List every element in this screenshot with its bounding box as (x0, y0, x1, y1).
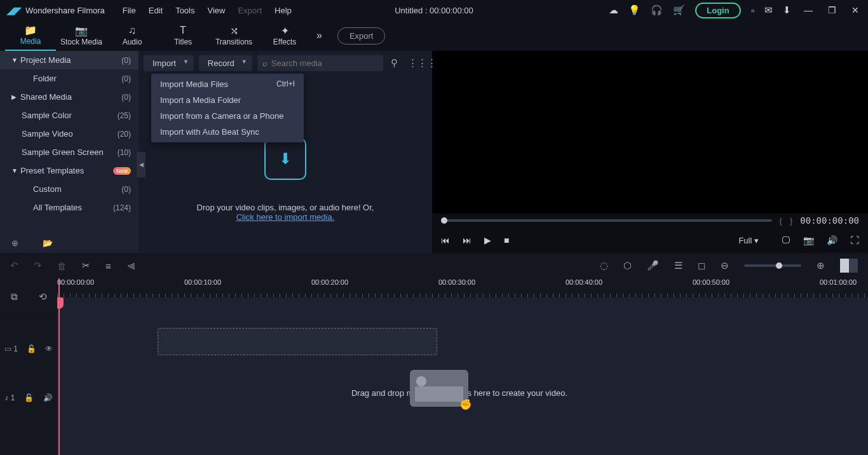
sidebar-preset-templates[interactable]: ▼ Preset Templates New (0, 161, 139, 180)
zoom-slider[interactable] (744, 264, 801, 267)
sidebar-all-templates[interactable]: All Templates (124) (0, 198, 139, 217)
snapshot-icon[interactable]: 📷 (803, 235, 814, 245)
maximize-icon[interactable]: ❐ (825, 5, 839, 15)
save-icon[interactable]: ▫ (751, 5, 754, 16)
tab-audio[interactable]: ♫ Audio (107, 20, 158, 51)
sidebar-custom[interactable]: Custom (0) (0, 180, 139, 198)
transition-icon: ⤭ (230, 25, 238, 37)
cart-icon[interactable]: 🛒 (673, 4, 685, 16)
menu-view[interactable]: View (201, 3, 231, 18)
import-media-files[interactable]: Import Media Files Ctrl+I (151, 76, 304, 92)
filter-icon[interactable]: ⚲ (388, 57, 400, 69)
audio-track-header[interactable]: ♪ 1 🔓 🔊 (0, 382, 57, 414)
fullscreen-icon[interactable]: ⛶ (850, 235, 859, 245)
sidebar-shared-media[interactable]: ▶ Shared Media (0) (0, 88, 139, 106)
audio-wave-icon[interactable]: ⫷ (126, 261, 136, 271)
tips-icon[interactable]: 💡 (628, 4, 641, 16)
undo-icon[interactable]: ↶ (10, 260, 18, 271)
close-icon[interactable]: ✕ (849, 5, 862, 15)
playhead[interactable] (58, 278, 60, 455)
open-folder-icon[interactable]: 📂 (43, 238, 53, 248)
preview-video[interactable] (432, 51, 868, 214)
timeline-tracks[interactable]: 00:00:00:00 00:00:10:00 00:00:20:00 00:0… (57, 278, 868, 455)
more-tabs-icon[interactable]: » (316, 30, 322, 41)
volume-icon[interactable]: 🔊 (827, 235, 837, 245)
sidebar-label: Folder (33, 74, 121, 83)
grab-cursor-icon: ✊ (459, 398, 472, 411)
scrubber-thumb[interactable] (441, 217, 447, 224)
playhead-handle[interactable] (57, 297, 64, 309)
menu-file[interactable]: File (116, 3, 142, 18)
record-dropdown[interactable]: Record ▼ (199, 55, 252, 71)
export-button[interactable]: Export (337, 27, 386, 44)
sidebar-sample-color[interactable]: Sample Color (25) (0, 106, 139, 125)
mail-icon[interactable]: ✉ (764, 4, 773, 16)
scrubber[interactable] (441, 219, 772, 222)
crop-icon[interactable]: ◻ (698, 260, 705, 271)
voiceover-icon[interactable]: 🎤 (647, 260, 659, 271)
minimize-icon[interactable]: — (801, 5, 815, 15)
sidebar-sample-green[interactable]: Sample Green Screen (10) (0, 143, 139, 161)
speaker-icon[interactable]: 🔊 (43, 393, 53, 402)
support-icon[interactable]: 🎧 (651, 4, 663, 16)
lock-icon[interactable]: 🔓 (24, 393, 34, 402)
login-button[interactable]: Login (695, 3, 740, 18)
sidebar-label: Project Media (20, 55, 121, 65)
music-icon: ♫ (128, 25, 136, 37)
add-folder-icon[interactable]: ⊕ (11, 238, 18, 248)
download-icon[interactable]: ⬇ (783, 4, 791, 16)
adjust-icon[interactable]: ≡ (105, 261, 111, 271)
redo-icon[interactable]: ↷ (34, 260, 42, 271)
render-icon[interactable]: ◌ (600, 260, 608, 271)
import-auto-beat[interactable]: Import with Auto Beat Sync (151, 124, 304, 140)
tab-transitions[interactable]: ⤭ Transitions (208, 20, 259, 51)
zoom-thumb[interactable] (776, 262, 782, 269)
dragged-media-thumb[interactable]: ✊ (410, 370, 468, 407)
zoom-in-icon[interactable]: ⊕ (817, 260, 825, 271)
view-toggle[interactable] (840, 259, 858, 273)
tab-titles[interactable]: T Titles (158, 20, 208, 51)
stop-icon[interactable]: ■ (504, 235, 509, 245)
tab-effects[interactable]: ✦ Effects (259, 20, 310, 51)
mark-out-icon[interactable]: } (790, 216, 792, 226)
mark-in-icon[interactable]: { (780, 216, 782, 226)
delete-icon[interactable]: 🗑 (57, 261, 67, 271)
import-camera-phone[interactable]: Import from a Camera or a Phone (151, 108, 304, 124)
preview-size-select[interactable]: Full ▾ (738, 236, 769, 245)
tab-media[interactable]: 📁 Media (5, 20, 56, 51)
menu-edit[interactable]: Edit (142, 3, 169, 18)
dropzone-link[interactable]: Click here to import media. (236, 212, 335, 222)
video-track-header[interactable]: ▭ 1 🔓 👁 (0, 315, 57, 382)
lock-icon[interactable]: 🔓 (27, 344, 36, 353)
tab-stock-media[interactable]: 📷 Stock Media (56, 20, 107, 51)
search-input[interactable] (271, 58, 378, 68)
effects-icon: ✦ (281, 25, 289, 37)
screen-icon[interactable]: 🖵 (782, 235, 790, 245)
ripple-icon[interactable]: ⧉ (11, 291, 18, 302)
timeline-ruler[interactable]: 00:00:00:00 00:00:10:00 00:00:20:00 00:0… (57, 278, 868, 297)
grid-icon[interactable]: ⋮⋮⋮ (405, 57, 439, 69)
cut-icon[interactable]: ✂ (82, 260, 90, 271)
link-icon[interactable]: ⟲ (39, 291, 47, 302)
sidebar-sample-video[interactable]: Sample Video (20) (0, 125, 139, 143)
chevron-down-icon: ▼ (183, 58, 189, 65)
menu-help[interactable]: Help (268, 3, 298, 18)
track-drop-target[interactable] (158, 328, 437, 355)
zoom-out-icon[interactable]: ⊖ (721, 260, 729, 271)
next-frame-icon[interactable]: ⏭ (463, 235, 471, 245)
eye-icon[interactable]: 👁 (45, 344, 53, 353)
menu-tools[interactable]: Tools (169, 3, 201, 18)
prev-frame-icon[interactable]: ⏮ (441, 235, 450, 245)
search-input-wrap[interactable]: ⌕ (257, 55, 383, 71)
import-icon[interactable]: ⬇ (264, 138, 306, 180)
sidebar-folder[interactable]: Folder (0) (0, 69, 139, 88)
mixer-icon[interactable]: ☰ (674, 260, 682, 271)
import-dropdown[interactable]: Import ▼ (144, 55, 194, 71)
marker-icon[interactable]: ⬡ (623, 260, 632, 271)
sidebar-project-media[interactable]: ▼ Project Media (0) (0, 51, 139, 69)
menu-export[interactable]: Export (231, 3, 268, 18)
collapse-handle[interactable]: ◀ (137, 152, 146, 177)
play-icon[interactable]: ▶ (484, 235, 491, 245)
import-media-folder[interactable]: Import a Media Folder (151, 92, 304, 108)
cloud-icon[interactable]: ☁ (609, 4, 618, 16)
